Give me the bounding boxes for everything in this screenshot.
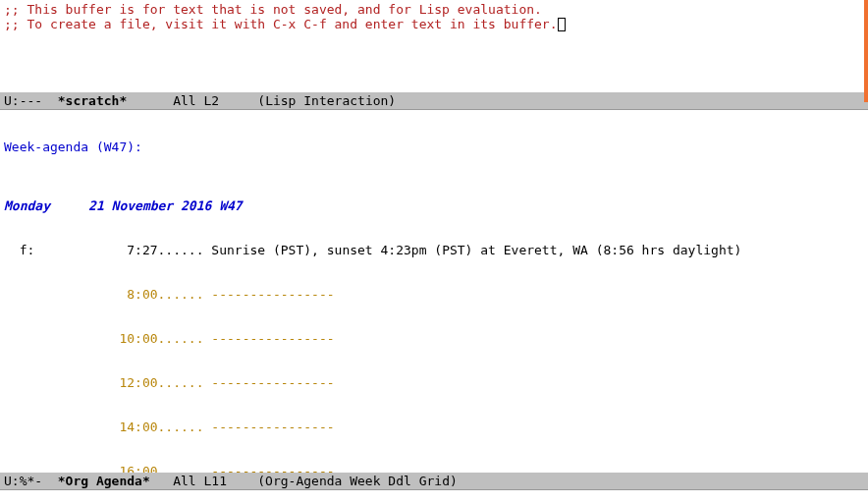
modeline-buffer-name: *scratch* (50, 93, 127, 108)
agenda-category: f: (4, 243, 119, 257)
scrollbar-top[interactable] (864, 0, 868, 102)
agenda-sunrise-entry: 7:27...... Sunrise (PST), sunset 4:23pm … (119, 243, 741, 257)
agenda-time-grid: 12:00...... ---------------- (4, 375, 864, 390)
scratch-comment-line: ;; To create a file, visit it with C-x C… (4, 17, 558, 31)
minibuffer[interactable] (0, 490, 868, 504)
agenda-day-monday: Monday 21 November 2016 W47 (4, 198, 864, 213)
modeline-position: All L11 (Org-Agenda Week Ddl Grid) (150, 474, 458, 488)
agenda-time-grid: 14:00...... ---------------- (4, 420, 864, 434)
modeline-scratch[interactable]: U:--- *scratch* All L2 (Lisp Interaction… (0, 92, 868, 110)
scratch-buffer-window[interactable]: ;; This buffer is for text that is not s… (0, 0, 868, 92)
agenda-time-grid: 10:00...... ---------------- (4, 331, 864, 346)
scratch-comment-line: ;; This buffer is for text that is not s… (4, 2, 864, 17)
modeline-org-agenda[interactable]: U:%*- *Org Agenda* All L11 (Org-Agenda W… (0, 473, 868, 490)
cursor-scratch (558, 18, 566, 31)
modeline-status: U:%*- (4, 474, 50, 488)
org-agenda-window[interactable]: Week-agenda (W47): Monday 21 November 20… (0, 110, 868, 504)
modeline-buffer-name: *Org Agenda* (50, 474, 150, 488)
agenda-week-header: Week-agenda (W47): (4, 140, 864, 154)
agenda-time-grid: 8:00...... ---------------- (4, 287, 864, 302)
modeline-status: U:--- (4, 93, 50, 108)
modeline-position: All L2 (Lisp Interaction) (127, 93, 396, 108)
